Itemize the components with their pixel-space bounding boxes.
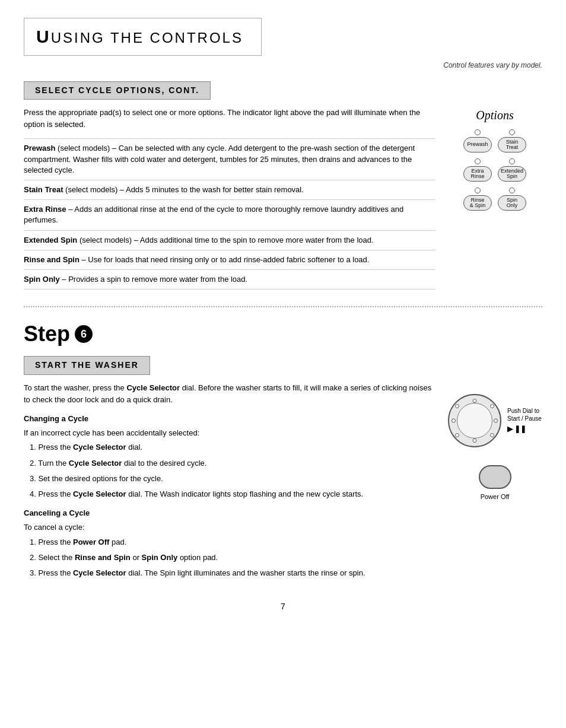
option-rinse-spin: Rinse and Spin – Use for loads that need… (24, 250, 435, 269)
changing-cycle-intro: If an incorrect cycle has been accidenta… (24, 428, 435, 438)
rinse-spin-indicator (475, 187, 481, 193)
power-off-group: Power Off (479, 465, 511, 501)
stain-treat-button[interactable]: StainTreat (498, 137, 526, 152)
step-number: 6 (75, 325, 93, 343)
step-list-item: 1. Press the Power Off pad. (30, 537, 435, 548)
options-row-2: ExtraRinse ExtendedSpin (463, 158, 526, 182)
step6-intro: To start the washer, press the Cycle Sel… (24, 382, 435, 405)
dial-dot-bottom (473, 438, 477, 443)
extra-rinse-button[interactable]: ExtraRinse (463, 166, 492, 182)
extra-rinse-btn-group: ExtraRinse (463, 158, 492, 182)
options-diagram: Options Prewash StainTreat ExtraRinse (447, 107, 542, 290)
step-list-item: 2. Turn the Cycle Selector dial to the d… (30, 458, 435, 469)
options-intro: Press the appropriate pad(s) to select o… (24, 107, 435, 130)
stain-treat-btn-group: StainTreat (498, 129, 526, 152)
rinse-spin-btn-group: Rinse& Spin (463, 187, 492, 211)
extended-spin-button[interactable]: ExtendedSpin (498, 166, 526, 182)
options-text: Press the appropriate pad(s) to select o… (24, 107, 435, 290)
page-number: 7 (24, 601, 542, 613)
step-list-item: 2. Select the Rinse and Spin or Spin Onl… (30, 552, 435, 563)
page-title-box: UUSING THE CONTROLS (24, 18, 262, 56)
start-washer-header: Start the Washer (24, 356, 150, 375)
step6-text-content: To start the washer, press the Cycle Sel… (24, 382, 435, 583)
prewash-indicator (475, 129, 481, 135)
step-label: Step (24, 319, 70, 349)
dial-dot-top (473, 399, 477, 403)
spin-only-button[interactable]: SpinOnly (498, 195, 526, 211)
options-area: Press the appropriate pad(s) to select o… (24, 107, 542, 290)
changing-cycle-title: Changing a Cycle (24, 414, 435, 424)
control-note: Control features vary by model. (24, 61, 542, 71)
prewash-btn-group: Prewash (463, 129, 492, 152)
option-stain-treat: Stain Treat (select models) – Adds 5 min… (24, 180, 435, 199)
changing-cycle-steps: 1. Press the Cycle Selector dial. 2. Tur… (24, 442, 435, 500)
option-spin-only: Spin Only – Provides a spin to remove mo… (24, 269, 435, 290)
dial-dot-top-left (455, 404, 459, 408)
cycle-selector-dial (448, 394, 501, 447)
dial-inner (457, 403, 492, 438)
options-row-1: Prewash StainTreat (463, 129, 526, 152)
canceling-cycle-title: Canceling a Cycle (24, 508, 435, 519)
step-list-item: 3. Press the Cycle Selector dial. The Sp… (30, 568, 435, 578)
spin-only-btn-group: SpinOnly (498, 187, 526, 211)
select-cycle-section: Select Cycle Options, cont. Press the ap… (24, 81, 542, 290)
step-list-item: 1. Press the Cycle Selector dial. (30, 442, 435, 453)
power-off-label: Power Off (481, 492, 510, 501)
option-prewash: Prewash (select models) – Can be selecte… (24, 138, 435, 180)
options-row-3: Rinse& Spin SpinOnly (463, 187, 526, 211)
dial-label-group: Push Dial toStart / Pause ▶ ❚❚ (507, 407, 542, 434)
step-list-item: 4. Press the Cycle Selector dial. The Wa… (30, 489, 435, 500)
step6-section: Step 6 Start the Washer To start the was… (24, 319, 542, 583)
dial-dot-bottom-right (490, 433, 494, 437)
extended-spin-btn-group: ExtendedSpin (498, 158, 526, 182)
spin-only-indicator (509, 187, 515, 193)
dial-label: Push Dial toStart / Pause (507, 407, 542, 422)
prewash-button[interactable]: Prewash (463, 137, 492, 152)
canceling-cycle-intro: To cancel a cycle: (24, 522, 435, 533)
extended-spin-indicator (509, 158, 515, 164)
dial-dot-right (494, 419, 498, 423)
section-divider (24, 306, 542, 307)
select-cycle-header: Select Cycle Options, cont. (24, 81, 211, 100)
stain-treat-indicator (509, 129, 515, 135)
dial-dot-top-right (490, 404, 494, 408)
option-extra-rinse: Extra Rinse – Adds an additional rinse a… (24, 199, 435, 230)
step-list-item: 3. Set the desired options for the cycle… (30, 473, 435, 484)
dial-outer[interactable] (448, 394, 501, 447)
rinse-spin-button[interactable]: Rinse& Spin (463, 195, 492, 211)
option-extended-spin: Extended Spin (select models) – Adds add… (24, 230, 435, 250)
power-off-button[interactable] (479, 465, 511, 489)
dial-dot-bottom-left (455, 433, 459, 437)
dial-dot-left (451, 419, 456, 423)
options-diagram-title: Options (476, 107, 513, 123)
extra-rinse-indicator (475, 158, 481, 164)
canceling-cycle-steps: 1. Press the Power Off pad. 2. Select th… (24, 537, 435, 579)
step6-diagram: Push Dial toStart / Pause ▶ ❚❚ Power Off (447, 382, 542, 583)
step6-area: To start the washer, press the Cycle Sel… (24, 382, 542, 583)
dial-start-icon: ▶ ❚❚ (507, 424, 526, 434)
dial-group: Push Dial toStart / Pause ▶ ❚❚ (448, 394, 542, 447)
page-title: UUSING THE CONTROLS (36, 24, 243, 49)
step6-header: Step 6 (24, 319, 542, 349)
